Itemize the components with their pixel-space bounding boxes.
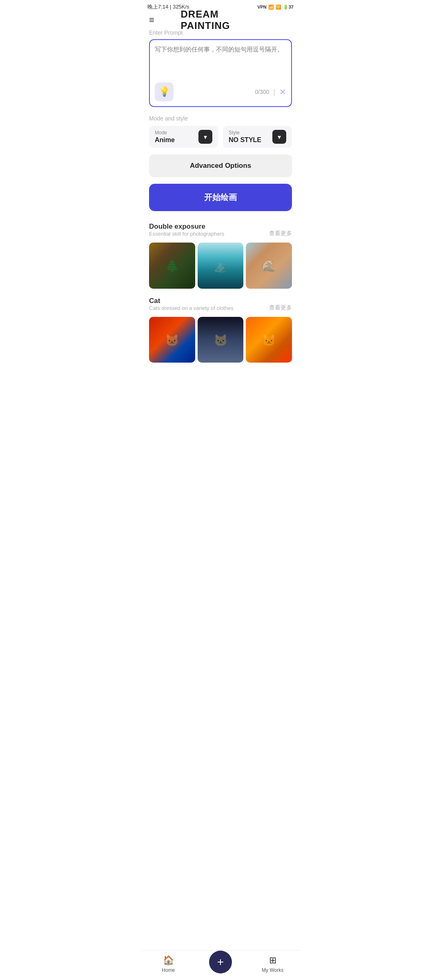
gallery-image-girl-water[interactable]: 🌊 [246, 243, 292, 289]
style-dropdown-inner: Style NO STYLE [229, 130, 261, 144]
my-works-label: My Works [262, 967, 283, 973]
add-icon: + [217, 956, 224, 969]
style-arrow: ▾ [272, 130, 286, 144]
img-overlay-cat-costume: 🐱 [149, 317, 195, 363]
prompt-clear-button[interactable]: ✕ [279, 87, 286, 97]
nav-my-works[interactable]: ⊞ My Works [258, 955, 287, 973]
app-title: DREAM PAINTING [181, 9, 261, 31]
img-overlay-cat-fire: 🐱 [246, 317, 292, 363]
status-right: VPN 📶 🛜 🔋37 [257, 4, 294, 10]
gallery-subtitle-double-exposure: Essential skill for photographers [149, 231, 224, 237]
prompt-divider: | [273, 88, 275, 96]
gallery-title-double-exposure: Double exposure [149, 223, 224, 231]
gallery-image-girl-forest[interactable]: 🌲 [149, 243, 195, 289]
prompt-input[interactable] [155, 45, 286, 78]
main-content: Enter Prompt 💡 0/300 | ✕ Mode and style … [141, 29, 300, 403]
gallery-header-cat: Cat Cats dressed on a variety of clothes… [149, 297, 292, 315]
signal-icon: 📶 [268, 4, 274, 10]
home-icon: 🏠 [163, 955, 174, 966]
gallery-more-cat[interactable]: 查看更多 [269, 304, 292, 312]
gallery-section-cat: Cat Cats dressed on a variety of clothes… [149, 297, 292, 363]
nav-home[interactable]: 🏠 Home [154, 955, 183, 973]
my-works-icon: ⊞ [269, 955, 276, 966]
magic-prompt-button[interactable]: 💡 [155, 82, 174, 101]
img-overlay-girl-water: 🌊 [246, 243, 292, 289]
gallery-images-cat: 🐱 🐱 🐱 [149, 317, 292, 363]
menu-icon[interactable]: ≡ [149, 16, 154, 24]
style-sublabel: Style [229, 130, 261, 136]
gallery-section-double-exposure: Double exposure Essential skill for phot… [149, 223, 292, 289]
mode-style-label: Mode and style [149, 115, 292, 122]
prompt-container: 💡 0/300 | ✕ [149, 39, 292, 107]
mode-arrow: ▾ [198, 130, 212, 144]
gallery-image-cat-wizard[interactable]: 🐱 [198, 317, 244, 363]
gallery-header-double-exposure: Double exposure Essential skill for phot… [149, 223, 292, 241]
style-value: NO STYLE [229, 136, 261, 144]
gallery-image-mountain[interactable]: ⛰️ [198, 243, 244, 289]
gallery-subtitle-cat: Cats dressed on a variety of clothes [149, 305, 234, 311]
battery-icon: 🔋37 [283, 4, 294, 10]
wifi-icon: 🛜 [276, 4, 281, 10]
img-overlay-cat-wizard: 🐱 [198, 317, 244, 363]
gallery-title-cat: Cat [149, 297, 234, 305]
header: ≡ DREAM PAINTING [141, 12, 300, 29]
mode-style-row: Mode Anime ▾ Style NO STYLE ▾ [149, 126, 292, 148]
start-painting-button[interactable]: 开始绘画 [149, 184, 292, 211]
img-overlay-girl-forest: 🌲 [149, 243, 195, 289]
gallery-images-double-exposure: 🌲 ⛰️ 🌊 [149, 243, 292, 289]
bottom-navigation: 🏠 Home + ⊞ My Works [141, 950, 300, 980]
prompt-counter: 0/300 [255, 89, 269, 95]
prompt-counter-area: 0/300 | ✕ [255, 87, 286, 97]
mode-dropdown-inner: Mode Anime [155, 130, 175, 144]
advanced-options-button[interactable]: Advanced Options [149, 154, 292, 177]
img-overlay-mountain: ⛰️ [198, 243, 244, 289]
nav-add-button[interactable]: + [209, 951, 232, 973]
magic-icon: 💡 [159, 87, 170, 97]
mode-value: Anime [155, 136, 175, 144]
gallery-image-cat-fire[interactable]: 🐱 [246, 317, 292, 363]
gallery-image-cat-costume[interactable]: 🐱 [149, 317, 195, 363]
gallery-more-double-exposure[interactable]: 查看更多 [269, 230, 292, 237]
prompt-footer: 💡 0/300 | ✕ [155, 82, 286, 101]
mode-dropdown[interactable]: Mode Anime ▾ [149, 126, 218, 148]
style-dropdown[interactable]: Style NO STYLE ▾ [223, 126, 292, 148]
home-label: Home [162, 967, 175, 973]
mode-sublabel: Mode [155, 130, 175, 136]
